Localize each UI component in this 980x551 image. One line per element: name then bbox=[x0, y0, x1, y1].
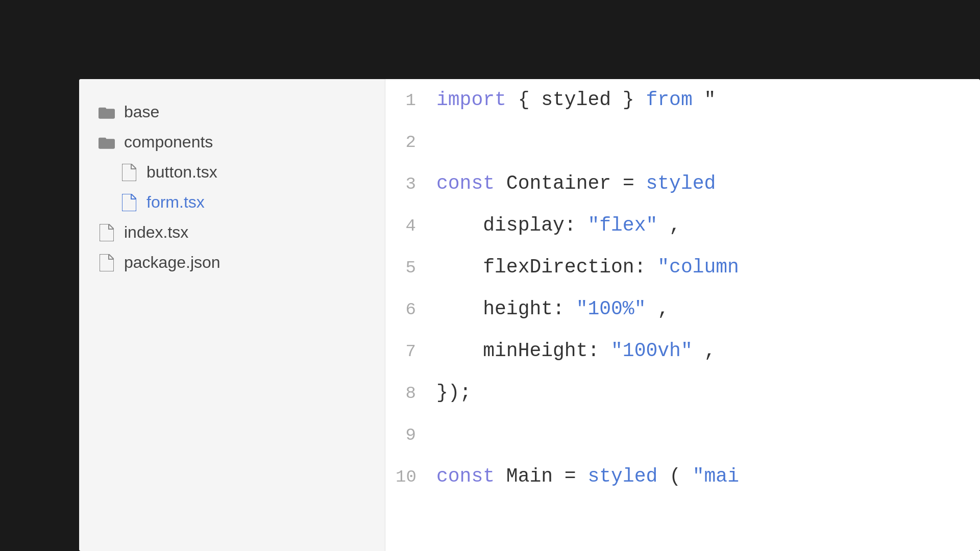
line-number-3: 3 bbox=[396, 174, 436, 194]
line-code-7: minHeight: "100vh" , bbox=[436, 330, 716, 372]
line-code-3: const Container = styled bbox=[436, 163, 716, 205]
code-editor-panel: 1 import { styled } from " 2 3 const Co bbox=[385, 79, 980, 551]
tree-item-components[interactable]: components bbox=[94, 130, 370, 155]
line-code-6: height: "100%" , bbox=[436, 288, 669, 330]
file-icon-index bbox=[99, 224, 115, 241]
code-line-5: 5 flexDirection: "column bbox=[385, 246, 980, 288]
line-code-4: display: "flex" , bbox=[436, 205, 681, 246]
code-line-7: 7 minHeight: "100vh" , bbox=[385, 330, 980, 372]
line-code-1: import { styled } from " bbox=[436, 79, 716, 121]
tree-item-base[interactable]: base bbox=[94, 99, 370, 124]
tree-item-form-tsx[interactable]: form.tsx bbox=[94, 190, 370, 215]
file-tree: base components bbox=[94, 99, 370, 275]
line-number-1: 1 bbox=[396, 91, 436, 110]
code-line-6: 6 height: "100%" , bbox=[385, 288, 980, 330]
folder-icon-components bbox=[99, 134, 115, 151]
code-line-3: 3 const Container = styled bbox=[385, 163, 980, 205]
editor-window: base components bbox=[79, 79, 980, 551]
code-line-2: 2 bbox=[385, 121, 980, 163]
folder-icon bbox=[99, 104, 115, 120]
line-code-5: flexDirection: "column bbox=[436, 246, 739, 288]
line-number-9: 9 bbox=[396, 425, 436, 445]
line-number-2: 2 bbox=[396, 133, 436, 152]
svg-rect-1 bbox=[99, 107, 106, 111]
line-number-5: 5 bbox=[396, 258, 436, 278]
tree-item-index-tsx[interactable]: index.tsx bbox=[94, 220, 370, 245]
svg-rect-3 bbox=[99, 137, 106, 141]
code-line-8: 8 }); bbox=[385, 372, 980, 414]
tree-item-package-json-label: package.json bbox=[124, 253, 220, 272]
tree-item-button-tsx[interactable]: button.tsx bbox=[94, 160, 370, 185]
tree-item-components-label: components bbox=[124, 133, 213, 152]
line-code-9 bbox=[436, 414, 448, 456]
file-icon-package bbox=[99, 255, 115, 271]
line-number-10: 10 bbox=[396, 467, 436, 487]
tree-item-index-tsx-label: index.tsx bbox=[124, 223, 188, 242]
file-explorer-panel: base components bbox=[79, 79, 385, 551]
tree-item-button-tsx-label: button.tsx bbox=[146, 163, 217, 182]
code-line-10: 10 const Main = styled ( "mai bbox=[385, 456, 980, 497]
tree-item-package-json[interactable]: package.json bbox=[94, 250, 370, 275]
tree-item-base-label: base bbox=[124, 103, 159, 121]
line-number-7: 7 bbox=[396, 342, 436, 361]
line-number-4: 4 bbox=[396, 216, 436, 236]
code-content: 1 import { styled } from " 2 3 const Co bbox=[385, 79, 980, 551]
tree-item-form-tsx-label: form.tsx bbox=[146, 193, 205, 212]
line-code-8: }); bbox=[436, 372, 471, 414]
file-icon-form bbox=[121, 194, 137, 211]
code-line-9: 9 bbox=[385, 414, 980, 456]
line-code-2 bbox=[436, 121, 448, 163]
line-code-10: const Main = styled ( "mai bbox=[436, 456, 739, 497]
code-line-1: 1 import { styled } from " bbox=[385, 79, 980, 121]
line-number-6: 6 bbox=[396, 300, 436, 319]
line-number-8: 8 bbox=[396, 384, 436, 403]
file-icon-button bbox=[121, 164, 137, 181]
code-line-4: 4 display: "flex" , bbox=[385, 205, 980, 246]
